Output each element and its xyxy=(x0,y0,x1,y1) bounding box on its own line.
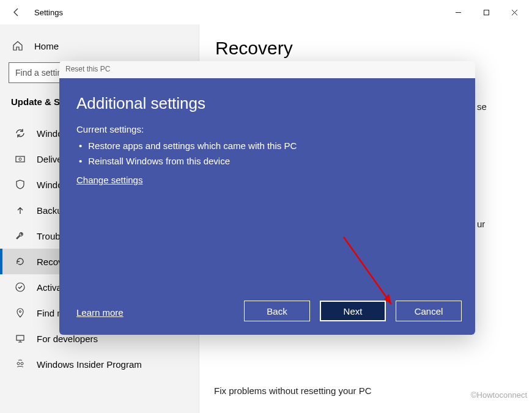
truncated-text: ur xyxy=(477,219,485,229)
svg-rect-8 xyxy=(17,335,24,340)
window-title: Settings xyxy=(34,8,63,17)
reset-pc-dialog: Reset this PC Additional settings Curren… xyxy=(59,61,475,335)
nav-label: For developers xyxy=(37,334,98,344)
wrench-icon xyxy=(15,230,26,241)
minimize-button[interactable] xyxy=(444,2,472,22)
shield-icon xyxy=(15,179,26,190)
sidebar-item-insider[interactable]: Windows Insider Program xyxy=(0,351,199,377)
svg-rect-1 xyxy=(484,10,489,15)
setting-bullet: Reinstall Windows from this device xyxy=(79,153,458,169)
home-icon xyxy=(12,40,23,51)
current-settings-label: Current settings: xyxy=(76,124,458,134)
svg-point-7 xyxy=(20,311,21,313)
sidebar-home[interactable]: Home xyxy=(0,35,199,62)
watermark: ©Howtoconnect xyxy=(471,390,527,400)
page-title: Recovery xyxy=(215,38,532,59)
next-button[interactable]: Next xyxy=(320,301,386,321)
change-settings-link[interactable]: Change settings xyxy=(76,175,142,185)
content-subtext: Fix problems without resetting your PC xyxy=(214,386,372,396)
insider-icon xyxy=(15,359,26,370)
check-icon xyxy=(15,282,26,293)
recovery-icon xyxy=(15,256,26,267)
developer-icon xyxy=(15,333,26,344)
svg-rect-4 xyxy=(16,156,24,162)
svg-point-6 xyxy=(16,283,24,291)
backup-icon xyxy=(15,205,26,216)
dialog-title: Reset this PC xyxy=(59,61,475,78)
sidebar-home-label: Home xyxy=(34,41,59,51)
back-icon[interactable] xyxy=(11,7,22,18)
close-button[interactable] xyxy=(500,2,528,22)
location-icon xyxy=(15,307,26,318)
back-button[interactable]: Back xyxy=(244,301,310,321)
setting-bullet: Restore apps and settings which came wit… xyxy=(79,138,458,153)
titlebar: Settings xyxy=(0,0,532,24)
svg-point-5 xyxy=(19,158,21,161)
truncated-text: se xyxy=(477,101,487,112)
learn-more-link[interactable]: Learn more xyxy=(76,307,124,318)
sync-icon xyxy=(15,128,26,139)
nav-label: Windows Insider Program xyxy=(37,359,142,370)
cancel-button[interactable]: Cancel xyxy=(396,301,462,321)
dialog-heading: Additional settings xyxy=(76,94,458,113)
maximize-button[interactable] xyxy=(472,2,500,22)
svg-point-9 xyxy=(17,362,20,365)
svg-point-10 xyxy=(21,362,23,365)
delivery-icon xyxy=(15,153,26,164)
